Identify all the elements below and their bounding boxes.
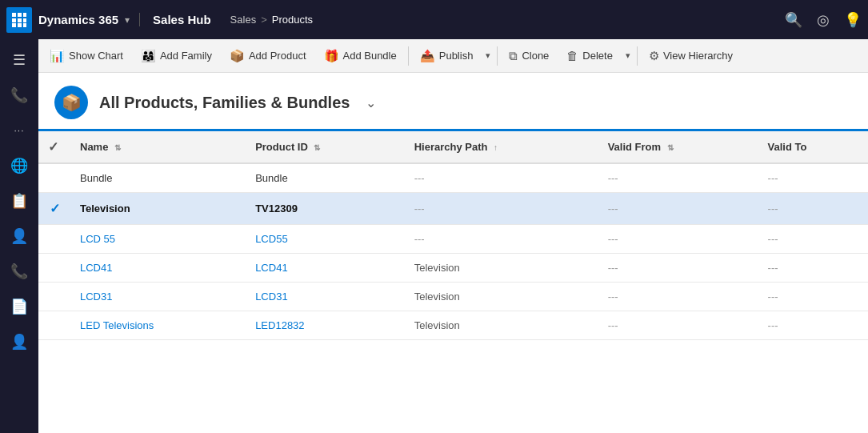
vf-sort-icon: ⇅ — [667, 143, 674, 152]
row-valid-to: --- — [758, 163, 868, 193]
svg-rect-6 — [12, 23, 16, 27]
sidebar-tasks-btn[interactable]: 📋 — [3, 185, 35, 217]
show-chart-button[interactable]: 📊 Show Chart — [42, 45, 131, 67]
table-row[interactable]: BundleBundle--------- — [38, 163, 868, 193]
select-all-header[interactable]: ✓ — [38, 131, 70, 163]
pid-sort-icon: ⇅ — [314, 143, 320, 152]
row-valid-from: --- — [598, 163, 758, 193]
page-title-chevron[interactable]: ⌄ — [366, 95, 376, 110]
add-bundle-label: Add Bundle — [343, 50, 397, 62]
row-product-id[interactable]: Bundle — [246, 163, 405, 193]
svg-rect-7 — [18, 23, 22, 27]
add-family-icon: 👨‍👩‍👧 — [141, 49, 156, 63]
command-bar: 📊 Show Chart 👨‍👩‍👧 Add Family 📦 Add Prod… — [38, 39, 868, 73]
row-checkbox[interactable] — [38, 283, 70, 311]
toolbar-sep-3 — [637, 46, 638, 66]
row-valid-from: --- — [598, 311, 758, 340]
row-name[interactable]: LCD31 — [70, 283, 246, 311]
svg-rect-3 — [12, 18, 16, 22]
row-valid-to: --- — [758, 193, 868, 225]
svg-rect-0 — [12, 13, 16, 17]
row-valid-from: --- — [598, 254, 758, 283]
delete-dropdown-btn[interactable]: ▾ — [622, 46, 634, 65]
svg-rect-2 — [23, 13, 26, 17]
row-valid-to: --- — [758, 311, 868, 340]
row-valid-from: --- — [598, 283, 758, 311]
col-header-name[interactable]: Name ⇅ — [70, 131, 246, 163]
sidebar-more-btn[interactable]: ··· — [3, 114, 35, 146]
breadcrumb: Sales > Products — [230, 14, 785, 26]
publish-dropdown-btn[interactable]: ▾ — [482, 46, 494, 65]
add-product-button[interactable]: 📦 Add Product — [222, 45, 314, 67]
row-valid-from: --- — [598, 225, 758, 254]
row-name[interactable]: Television — [70, 193, 246, 225]
col-header-hierarchy-path[interactable]: Hierarchy Path ↑ — [405, 131, 598, 163]
table-header-row: ✓ Name ⇅ Product ID ⇅ Hierarchy Path ↑ V — [38, 131, 868, 163]
row-name[interactable]: LCD 55 — [70, 225, 246, 254]
row-valid-to: --- — [758, 225, 868, 254]
sidebar-globe-btn[interactable]: 🌐 — [3, 150, 35, 182]
sidebar-menu-btn[interactable]: ☰ — [3, 44, 35, 76]
row-name[interactable]: LCD41 — [70, 254, 246, 283]
row-valid-from: --- — [598, 193, 758, 225]
col-header-product-id[interactable]: Product ID ⇅ — [246, 131, 405, 163]
add-bundle-icon: 🎁 — [324, 49, 339, 63]
row-checkbox[interactable] — [38, 225, 70, 254]
row-hierarchy-path: Television — [405, 311, 598, 340]
row-hierarchy-path: --- — [405, 193, 598, 225]
add-product-label: Add Product — [249, 50, 306, 62]
sidebar-phone-btn[interactable]: 📞 — [3, 79, 35, 111]
select-all-checkbox[interactable]: ✓ — [48, 140, 58, 154]
products-table-container: ✓ Name ⇅ Product ID ⇅ Hierarchy Path ↑ V — [38, 131, 868, 433]
row-product-id[interactable]: LCD55 — [246, 225, 405, 254]
sidebar-contact-btn[interactable]: 👤 — [3, 220, 35, 252]
row-product-id[interactable]: LCD41 — [246, 254, 405, 283]
row-product-id[interactable]: LCD31 — [246, 283, 405, 311]
table-row[interactable]: ✓TelevisionTV12309--------- — [38, 193, 868, 225]
page-icon: 📦 — [54, 86, 88, 119]
row-checkbox[interactable] — [38, 311, 70, 340]
breadcrumb-sales[interactable]: Sales — [230, 14, 257, 26]
delete-button[interactable]: 🗑 Delete — [558, 45, 621, 66]
row-name[interactable]: Bundle — [70, 163, 246, 193]
breadcrumb-sep: > — [261, 14, 267, 26]
delete-icon: 🗑 — [566, 49, 578, 62]
row-name[interactable]: LED Televisions — [70, 311, 246, 340]
sidebar-profile-btn[interactable]: 👤 — [3, 326, 35, 358]
left-sidebar: ☰ 📞 ··· 🌐 📋 👤 📞 📄 👤 — [0, 39, 38, 433]
view-hierarchy-label: View Hierarchy — [663, 50, 733, 62]
table-row[interactable]: LCD41LCD41Television------ — [38, 254, 868, 283]
table-row[interactable]: LCD31LCD31Television------ — [38, 283, 868, 311]
breadcrumb-products: Products — [272, 14, 313, 26]
hp-sort-icon: ↑ — [494, 143, 498, 152]
svg-rect-4 — [18, 18, 22, 22]
row-checkbox[interactable] — [38, 163, 70, 193]
page-title: All Products, Families & Bundles — [99, 94, 350, 112]
row-product-id[interactable]: TV12309 — [246, 193, 405, 225]
add-family-label: Add Family — [160, 50, 212, 62]
dynamics-chevron[interactable]: ▾ — [125, 14, 130, 26]
add-bundle-button[interactable]: 🎁 Add Bundle — [316, 45, 405, 67]
table-row[interactable]: LED TelevisionsLED12832Television------ — [38, 311, 868, 340]
row-checkbox[interactable] — [38, 254, 70, 283]
target-icon[interactable]: ◎ — [817, 11, 830, 29]
col-header-valid-from[interactable]: Valid From ⇅ — [598, 131, 758, 163]
row-checkbox[interactable]: ✓ — [38, 193, 70, 225]
col-header-valid-to[interactable]: Valid To — [758, 131, 868, 163]
page-header: 📦 All Products, Families & Bundles ⌄ — [38, 73, 868, 131]
delete-label: Delete — [582, 50, 613, 62]
add-family-button[interactable]: 👨‍👩‍👧 Add Family — [133, 45, 220, 67]
settings-icon[interactable]: 💡 — [844, 11, 862, 29]
table-row[interactable]: LCD 55LCD55--------- — [38, 225, 868, 254]
view-hierarchy-button[interactable]: ⚙ View Hierarchy — [641, 45, 741, 67]
dynamics-title: Dynamics 365 — [38, 13, 125, 26]
search-icon[interactable]: 🔍 — [785, 11, 802, 29]
row-hierarchy-path: --- — [405, 163, 598, 193]
sidebar-docs-btn[interactable]: 📄 — [3, 291, 35, 323]
clone-button[interactable]: ⧉ Clone — [501, 45, 557, 67]
publish-button[interactable]: 📤 Publish — [412, 45, 482, 67]
app-grid-icon[interactable] — [6, 7, 32, 33]
top-navigation: Dynamics 365 ▾ Sales Hub Sales > Product… — [0, 0, 868, 39]
sidebar-calls-btn[interactable]: 📞 — [3, 255, 35, 287]
row-product-id[interactable]: LED12832 — [246, 311, 405, 340]
